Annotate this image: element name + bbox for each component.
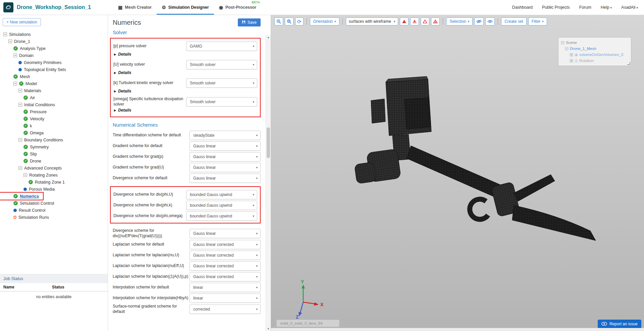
collapse-icon[interactable] bbox=[3, 32, 7, 36]
create-set-button[interactable]: Create set bbox=[501, 17, 526, 25]
tree-item-advanced-concepts[interactable]: Advanced Concepts bbox=[0, 164, 66, 172]
tree-item-model[interactable]: ✓Model bbox=[0, 80, 41, 87]
expand-icon[interactable] bbox=[570, 59, 573, 62]
tree-item-simulations[interactable]: Simulations bbox=[0, 31, 35, 38]
select-laplacian-scheme-for-laplacian-nu-u[interactable]: Gauss linear corrected▾ bbox=[190, 251, 261, 260]
tree-item-rotating-zone-1[interactable]: ✓Rotating Zone 1 bbox=[0, 179, 69, 186]
tab-post-processor[interactable]: ◉Post-ProcessorBETA bbox=[214, 0, 262, 15]
zoom-in-button[interactable] bbox=[274, 17, 283, 25]
select-interpolation-scheme-for-interpolate-hbya[interactable]: linear▾ bbox=[190, 293, 261, 303]
scroll-down-icon[interactable]: ▼ bbox=[266, 327, 271, 330]
select-laplacian-scheme-for-laplacian-1-a-u-p[interactable]: Gauss linear corrected▾ bbox=[190, 272, 261, 281]
scroll-up-icon[interactable]: ▲ bbox=[266, 36, 271, 39]
tree-item-pressure[interactable]: ✓Pressure bbox=[0, 108, 51, 115]
tab-simulation-designer[interactable]: ⚙Simulation Designer bbox=[157, 0, 214, 15]
mesh-quality-toggle-4[interactable] bbox=[431, 17, 440, 25]
scene-tree-volume[interactable]: volumeOnGeoVolumes_0 bbox=[561, 52, 628, 58]
scene-tree-root[interactable]: Scene bbox=[561, 40, 628, 46]
app-logo-icon[interactable] bbox=[3, 2, 13, 12]
zoom-window-button[interactable] bbox=[285, 17, 293, 25]
nav-item-dashboard[interactable]: Dashboard bbox=[512, 5, 533, 10]
tab-mesh-creator[interactable]: ▦Mesh Creator bbox=[113, 0, 157, 15]
tree-item-mesh[interactable]: ✓Mesh bbox=[0, 73, 34, 80]
nav-item-forum[interactable]: Forum bbox=[579, 5, 591, 10]
tree-item-drone-1[interactable]: Drone_1 bbox=[0, 38, 34, 45]
tree-item-symmetry[interactable]: ✓Symmetry bbox=[0, 143, 53, 150]
axis-gizmo[interactable]: Y X Z bbox=[292, 279, 329, 319]
tree-item-materials[interactable]: Materials bbox=[0, 87, 45, 94]
collapse-icon[interactable] bbox=[13, 82, 17, 85]
collapse-icon[interactable] bbox=[18, 103, 22, 107]
tree-item-result-control[interactable]: Result Control bbox=[0, 207, 49, 214]
collapse-icon[interactable] bbox=[13, 54, 17, 57]
select-k-turbulent-kinetic-energy-solver[interactable]: Smooth solver▾ bbox=[186, 78, 257, 88]
select-gradient-scheme-for-grad-u[interactable]: Gauss linear▾ bbox=[190, 163, 261, 172]
details-toggle[interactable]: ▶Details bbox=[114, 70, 257, 75]
select-divergence-scheme-for-div-phi-k[interactable]: bounded Gauss upwind▾ bbox=[186, 201, 257, 210]
select-divergence-scheme-for-div-nueff-dev-t-grad-u[interactable]: Gauss linear▾ bbox=[190, 229, 261, 238]
mesh-quality-toggle-3[interactable] bbox=[421, 17, 429, 25]
tree-item-velocity[interactable]: ✓Velocity bbox=[0, 115, 48, 122]
render-mode-select[interactable]: surfaces with wireframe ▾ bbox=[346, 17, 398, 25]
scene-tree-panel[interactable]: Scene Drone_1_Mesh volumeOnGeoVolumes_0 … bbox=[558, 37, 631, 66]
tree-item-porous-media[interactable]: Porous Media bbox=[0, 186, 59, 193]
scene-tree-mesh[interactable]: Drone_1_Mesh bbox=[561, 46, 628, 52]
select-divergence-scheme-for-div-phi-u[interactable]: bounded Gauss upwind▾ bbox=[186, 190, 257, 199]
select-omega-specific-turbulence-dissipation-solver[interactable]: Smooth solver▾ bbox=[186, 97, 257, 107]
select-interpolation-scheme-for-default[interactable]: linear▾ bbox=[190, 283, 261, 292]
select-surface-normal-gradient-scheme-for-default[interactable]: corrected▾ bbox=[190, 305, 261, 314]
show-all-button[interactable] bbox=[485, 17, 495, 25]
tree-item-geometry-primitives[interactable]: Geometry Primitives bbox=[0, 59, 66, 66]
tree-item-initial-conditions[interactable]: Initial Conditions bbox=[0, 101, 59, 108]
tree-item-simulation-runs[interactable]: Simulation Runs bbox=[0, 214, 53, 221]
mesh-quality-toggle-1[interactable] bbox=[400, 17, 409, 25]
nav-item-asadali[interactable]: AsadAli▾ bbox=[621, 5, 638, 10]
select-time-differentiation-scheme-for-default[interactable]: steadyState▾ bbox=[190, 131, 261, 140]
new-simulation-button[interactable]: + New simulation bbox=[3, 18, 41, 26]
collapse-icon[interactable] bbox=[18, 138, 22, 142]
collapse-icon[interactable] bbox=[8, 40, 12, 43]
collapse-icon[interactable] bbox=[18, 89, 22, 92]
details-toggle[interactable]: ▶Details bbox=[114, 89, 257, 93]
select-laplacian-scheme-for-laplacian-nueff-u[interactable]: Gauss linear corrected▾ bbox=[190, 261, 261, 271]
tree-item-analysis-type[interactable]: ✓Analysis Type bbox=[0, 45, 50, 52]
tree-item-k[interactable]: ✓k bbox=[0, 122, 36, 129]
collapse-icon[interactable] bbox=[565, 47, 568, 50]
filter-dropdown[interactable]: Filter ▾ bbox=[528, 17, 547, 25]
tree-item-domain[interactable]: Domain bbox=[0, 52, 38, 59]
select-divergence-scheme-for-div-phi-omega[interactable]: bounded Gauss upwind▾ bbox=[186, 211, 257, 221]
select-laplacian-scheme-for-default[interactable]: Gauss linear corrected▾ bbox=[190, 240, 261, 249]
selection-dropdown[interactable]: Selection ▾ bbox=[446, 17, 473, 25]
select-u-velocity-solver[interactable]: Smooth solver▾ bbox=[186, 60, 257, 69]
hide-selection-button[interactable] bbox=[474, 17, 484, 25]
tree-item-numerics[interactable]: ✓Numerics bbox=[0, 193, 43, 200]
tree-item-simulation-control[interactable]: ✓Simulation Control bbox=[0, 200, 58, 207]
scene-tree-rotation[interactable]: Rotation bbox=[561, 58, 628, 64]
tree-item-rotating-zones[interactable]: Rotating Zones bbox=[0, 172, 62, 179]
tree-item-slip[interactable]: ✓Slip bbox=[0, 150, 41, 157]
report-issue-button[interactable]: Report an issue bbox=[598, 320, 641, 328]
panel-scrollbar[interactable]: ▲ ▼ bbox=[266, 35, 271, 331]
select-gradient-scheme-for-default[interactable]: Gauss linear▾ bbox=[190, 141, 261, 151]
expand-icon[interactable] bbox=[570, 53, 573, 56]
nav-item-help[interactable]: Help▾ bbox=[601, 5, 612, 10]
collapse-icon[interactable] bbox=[561, 41, 564, 44]
select-p-pressure-solver[interactable]: GAMG▾ bbox=[186, 42, 257, 51]
mesh-quality-toggle-2[interactable] bbox=[410, 17, 419, 25]
reset-view-button[interactable]: ⟳ bbox=[295, 17, 304, 25]
tree-item-omega[interactable]: ✓Omega bbox=[0, 129, 48, 136]
orientation-dropdown[interactable]: Orientation ▾ bbox=[310, 17, 339, 25]
save-button[interactable]: Save bbox=[238, 18, 261, 26]
tree-item-topological-entity-sets[interactable]: Topological Entity Sets bbox=[0, 66, 70, 73]
collapse-icon[interactable] bbox=[23, 173, 27, 177]
scrollbar-thumb[interactable] bbox=[267, 127, 270, 158]
details-toggle[interactable]: ▶Details bbox=[114, 52, 257, 57]
select-divergence-scheme-for-default[interactable]: Gauss linear▾ bbox=[190, 174, 261, 183]
tree-item-boundary-conditions[interactable]: Boundary Conditions bbox=[0, 136, 67, 143]
nav-item-public-projects[interactable]: Public Projects bbox=[542, 5, 570, 10]
select-gradient-scheme-for-grad-p[interactable]: Gauss linear▾ bbox=[190, 152, 261, 161]
details-toggle[interactable]: ▶Details bbox=[114, 108, 257, 113]
viewport[interactable]: ⟳ Orientation ▾ surfaces with wireframe … bbox=[271, 15, 644, 331]
tree-item-drone[interactable]: ✓Drone bbox=[0, 157, 45, 164]
collapse-icon[interactable] bbox=[18, 166, 22, 170]
